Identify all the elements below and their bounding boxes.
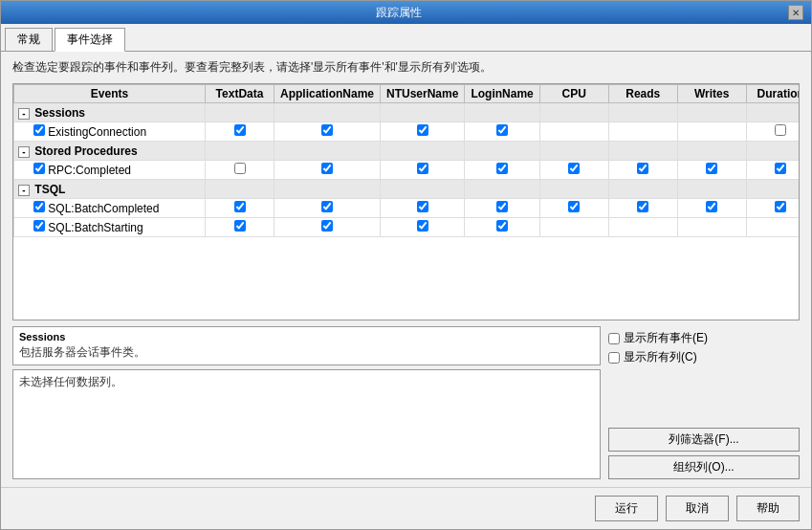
description-text: 检查选定要跟踪的事件和事件列。要查看完整列表，请选择'显示所有事件'和'显示所有… xyxy=(12,59,800,76)
dialog-title: 跟踪属性 xyxy=(9,5,788,21)
chk-rpc-writes[interactable] xyxy=(706,163,717,174)
chk-sbc-textdata[interactable] xyxy=(234,201,246,212)
table-row: ExistingConnection xyxy=(14,122,801,142)
show-all-cols-checkbox[interactable] xyxy=(608,352,620,364)
group-info-box: Sessions 包括服务器会话事件类。 xyxy=(12,326,601,365)
chk-sbs-loginname[interactable] xyxy=(496,220,508,232)
event-existing-connection-check[interactable] xyxy=(33,124,45,136)
group-storedproc-label: Stored Procedures xyxy=(34,144,137,158)
table-row: RPC:Completed xyxy=(14,161,801,180)
tabs-bar: 常规 事件选择 xyxy=(1,24,811,52)
selection-info-box: 未选择任何数据列。 xyxy=(12,369,601,479)
table-row: SQL:BatchCompleted xyxy=(14,199,801,218)
show-all-events-option: 显示所有事件(E) xyxy=(608,330,800,346)
chk-rpc-cpu[interactable] xyxy=(568,163,580,174)
event-sql-batchcompleted-check[interactable] xyxy=(33,201,45,212)
expand-sessions[interactable]: - xyxy=(18,108,30,120)
right-panel: 显示所有事件(E) 显示所有列(C) 列筛选器(F)... 组织列(O)... xyxy=(608,326,800,479)
chk-ec-textdata[interactable] xyxy=(234,124,246,136)
chk-ec-ntuser[interactable] xyxy=(417,124,428,136)
chk-rpc-ntuser[interactable] xyxy=(417,163,428,174)
event-existing-connection: ExistingConnection xyxy=(14,122,206,142)
col-header-appname: ApplicationName xyxy=(274,85,381,103)
chk-sbc-appname[interactable] xyxy=(321,201,333,212)
chk-rpc-reads[interactable] xyxy=(637,163,648,174)
chk-sbc-cpu[interactable] xyxy=(568,201,580,212)
chk-rpc-appname[interactable] xyxy=(321,163,333,174)
events-table-container[interactable]: Events TextData ApplicationName NTUserNa… xyxy=(12,83,800,320)
group-tsql: - TSQL xyxy=(14,180,801,199)
event-rpc-completed-check[interactable] xyxy=(33,163,45,174)
organize-col-button[interactable]: 组织列(O)... xyxy=(608,455,800,479)
show-all-events-checkbox[interactable] xyxy=(608,333,620,344)
col-header-cpu: CPU xyxy=(539,85,608,103)
main-content: 检查选定要跟踪的事件和事件列。要查看完整列表，请选择'显示所有事件'和'显示所有… xyxy=(1,52,811,487)
event-sql-batchstarting-check[interactable] xyxy=(33,220,45,232)
group-storedproc: - Stored Procedures xyxy=(14,142,801,161)
event-sql-batchstarting: SQL:BatchStarting xyxy=(14,218,206,237)
chk-ec-appname[interactable] xyxy=(321,124,333,136)
chk-rpc-loginname[interactable] xyxy=(496,163,508,174)
col-header-loginname: LoginName xyxy=(465,85,539,103)
col-header-events: Events xyxy=(14,85,206,103)
chk-sbc-loginname[interactable] xyxy=(496,201,508,212)
chk-ec-duration[interactable] xyxy=(775,124,786,136)
help-button[interactable]: 帮助 xyxy=(736,496,800,521)
title-bar: 跟踪属性 ✕ xyxy=(1,1,811,24)
expand-storedproc[interactable]: - xyxy=(18,146,30,158)
info-panels: Sessions 包括服务器会话事件类。 未选择任何数据列。 xyxy=(12,326,601,479)
selection-text: 未选择任何数据列。 xyxy=(19,374,594,390)
chk-rpc-duration[interactable] xyxy=(775,163,786,174)
group-sessions: - Sessions xyxy=(14,103,801,122)
footer: 运行 取消 帮助 xyxy=(1,487,811,529)
col-header-ntuser: NTUserName xyxy=(381,85,465,103)
col-header-writes: Writes xyxy=(677,85,746,103)
col-header-duration: Duration xyxy=(746,85,800,103)
run-button[interactable]: 运行 xyxy=(595,496,658,521)
group-sessions-label: Sessions xyxy=(34,106,85,120)
chk-ec-loginname[interactable] xyxy=(496,124,508,136)
cancel-button[interactable]: 取消 xyxy=(666,496,729,521)
chk-sbs-ntuser[interactable] xyxy=(417,220,428,232)
chk-rpc-textdata[interactable] xyxy=(234,163,246,174)
chk-sbc-writes[interactable] xyxy=(706,201,717,212)
col-filter-button[interactable]: 列筛选器(F)... xyxy=(608,428,800,452)
event-rpc-completed: RPC:Completed xyxy=(14,161,206,180)
show-all-events-label: 显示所有事件(E) xyxy=(624,330,708,346)
chk-sbs-appname[interactable] xyxy=(321,220,333,232)
chk-sbc-ntuser[interactable] xyxy=(417,201,428,212)
chk-sbc-reads[interactable] xyxy=(637,201,648,212)
group-tsql-label: TSQL xyxy=(34,183,65,196)
chk-sbc-duration[interactable] xyxy=(775,201,786,212)
chk-sbs-textdata[interactable] xyxy=(234,220,246,232)
show-all-cols-option: 显示所有列(C) xyxy=(608,349,800,365)
checkbox-options: 显示所有事件(E) 显示所有列(C) xyxy=(608,326,800,365)
table-row: SQL:BatchStarting xyxy=(14,218,801,237)
col-header-reads: Reads xyxy=(608,85,677,103)
tab-general[interactable]: 常规 xyxy=(5,28,53,51)
group-info-desc: 包括服务器会话事件类。 xyxy=(19,344,594,361)
events-table: Events TextData ApplicationName NTUserNa… xyxy=(13,84,800,237)
tab-event-selection[interactable]: 事件选择 xyxy=(55,28,125,52)
group-info-label: Sessions xyxy=(19,331,594,342)
close-button[interactable]: ✕ xyxy=(788,5,803,20)
dialog: 跟踪属性 ✕ 常规 事件选择 检查选定要跟踪的事件和事件列。要查看完整列表，请选… xyxy=(0,0,812,530)
col-header-textdata: TextData xyxy=(206,85,274,103)
action-buttons: 列筛选器(F)... 组织列(O)... xyxy=(608,428,800,479)
expand-tsql[interactable]: - xyxy=(18,185,30,196)
bottom-section: Sessions 包括服务器会话事件类。 未选择任何数据列。 显示所有事件(E)… xyxy=(12,326,800,479)
show-all-cols-label: 显示所有列(C) xyxy=(624,349,697,365)
event-sql-batchcompleted: SQL:BatchCompleted xyxy=(14,199,206,218)
